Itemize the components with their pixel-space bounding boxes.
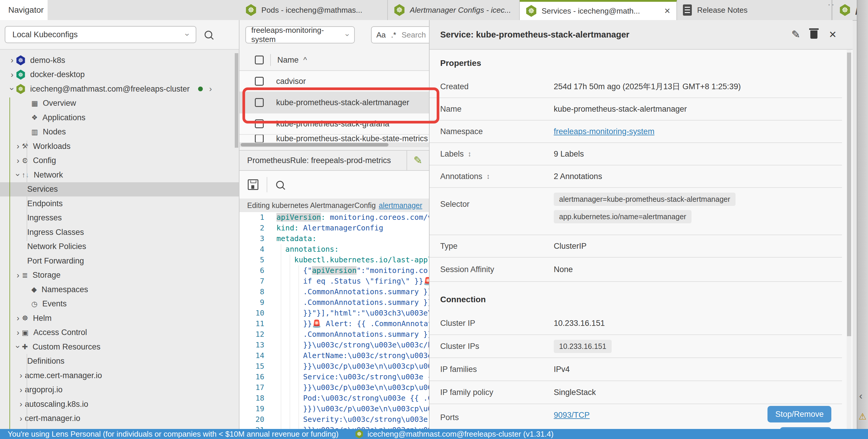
row-checkbox[interactable]: [255, 98, 264, 107]
sidebar-tree-item[interactable]: › cert-manager.io ›: [0, 411, 240, 426]
editor-line[interactable]: 19 }})\u003c/p\u003e\n\u003cp\u00: [240, 404, 429, 414]
editor-line[interactable]: 3 metadata:: [240, 233, 429, 244]
row-checkbox[interactable]: [255, 135, 264, 142]
editor-line[interactable]: 21 }}\u003c/p\u003e\n\u003cp\u003: [240, 425, 429, 429]
chevron-right-icon[interactable]: ›: [13, 171, 23, 179]
sidebar-tree-item[interactable]: › ☸ demo-k8s ›: [0, 53, 240, 68]
horizontal-scrollbar[interactable]: [240, 142, 429, 147]
labels-count[interactable]: 9 Labels: [554, 149, 584, 159]
editor-line[interactable]: 20 Severity:\u003c/strong\u003e -: [240, 414, 429, 425]
editor-search-icon[interactable]: [276, 181, 284, 189]
editor-line[interactable]: 2 kind: AlertmanagerConfig: [240, 223, 429, 233]
editor-line[interactable]: 6 {"apiVersion":"monitoring.core: [240, 265, 429, 276]
table-row[interactable]: kube-prometheus-stack-grafana: [240, 113, 429, 135]
editor-line[interactable]: 17 }}\u003c/p\u003e\n\u003cp\u003: [240, 382, 429, 393]
port-link[interactable]: 9093/TCP: [554, 411, 590, 419]
close-icon[interactable]: ✕: [829, 29, 837, 40]
chevron-right-icon[interactable]: ›: [14, 328, 22, 337]
navigator-panel-tab[interactable]: Navigator: [0, 0, 48, 20]
scrollbar-thumb[interactable]: [847, 53, 851, 336]
sidebar-tree-item[interactable]: › configuration.konghq.com ›: [0, 426, 240, 429]
prometheusrule-dock-tab[interactable]: PrometheusRule: freepeals-prod-metrics ✎: [240, 150, 429, 171]
search-icon[interactable]: [205, 31, 212, 38]
sidebar-tree-item[interactable]: Network Policies ›: [0, 240, 240, 254]
chevron-right-icon[interactable]: ›: [17, 385, 25, 395]
chevron-right-icon[interactable]: ›: [14, 141, 22, 151]
sidebar-tree-item[interactable]: › ✚ Custom Resources ›: [0, 340, 240, 354]
editor-line[interactable]: 8 .CommonAnnotations.summary }}-: [240, 286, 429, 297]
sidebar-tree-item[interactable]: Definitions ›: [0, 354, 240, 369]
table-row[interactable]: cadvisor: [240, 71, 429, 92]
chevron-right-icon[interactable]: ›: [8, 70, 16, 79]
editor-line[interactable]: 13 }}\u003c/strong\u003e\u003c/h3: [240, 340, 429, 350]
sidebar-tree-item[interactable]: ◆ Namespaces ›: [0, 282, 240, 297]
sidebar-tree-item[interactable]: Ingress Classes ›: [0, 225, 240, 240]
new-tab-button[interactable]: ☸: [832, 0, 857, 20]
editor-line[interactable]: 11 }}🚨 Alert: {{ .CommonAnnotati: [240, 318, 429, 329]
sidebar-tree-item[interactable]: ◷ Events ›: [0, 297, 240, 311]
window-tab[interactable]: ☸ Services - icecheng@math... ✕: [520, 0, 677, 20]
editor-line[interactable]: 9 .CommonAnnotations.summary }}-: [240, 297, 429, 308]
editor-line[interactable]: 10 }}"}],"html":"\u003ch3\u003e\u: [240, 308, 429, 318]
editor-line[interactable]: 1 apiVersion: monitoring.coreos.com/v1: [240, 212, 429, 223]
editor-line[interactable]: 14 AlertName:\u003c/strong\u003e: [240, 350, 429, 361]
row-checkbox[interactable]: [255, 77, 264, 86]
match-case-toggle[interactable]: Aa: [376, 30, 386, 40]
namespace-link[interactable]: freeleaps-monitoring-system: [554, 127, 655, 136]
window-tab[interactable]: ☸ Pods - icecheng@mathmas...: [240, 0, 388, 20]
sidebar-tree-item[interactable]: › autoscaling.k8s.io ›: [0, 397, 240, 411]
sidebar-tree-item[interactable]: ▥ Nodes ›: [0, 125, 240, 139]
regex-toggle[interactable]: .*: [391, 30, 396, 40]
editor-line[interactable]: 7 if eq .Status \"firing\" }}🚨: [240, 276, 429, 286]
row-checkbox[interactable]: [255, 120, 264, 128]
sidebar-tree-item[interactable]: ❖ Applications ›: [0, 110, 240, 125]
scrollbar-thumb[interactable]: [241, 143, 389, 146]
table-row[interactable]: kube-prometheus-stack-kube-state-metrics: [240, 135, 429, 142]
editor-line[interactable]: 12 .CommonAnnotations.summary }}-: [240, 329, 429, 340]
kubeconfig-select[interactable]: Local Kubeconfigs ›: [5, 26, 196, 43]
chevron-right-icon[interactable]: ›: [14, 271, 22, 280]
expand-collapse-icon[interactable]: ↕: [468, 150, 471, 158]
sidebar-tree-item[interactable]: Endpoints ›: [0, 197, 240, 211]
name-column-header[interactable]: Name: [277, 56, 299, 65]
chevron-right-icon[interactable]: ›: [14, 313, 22, 323]
editor-line[interactable]: 16 Service:\u003c/strong\u003e {-: [240, 372, 429, 382]
save-icon[interactable]: [248, 179, 258, 190]
sidebar-tree-item[interactable]: › ↑↓ Network ›: [0, 168, 240, 182]
stop-remove-button[interactable]: Stop/Remove: [768, 406, 831, 423]
chevron-right-icon[interactable]: ›: [14, 156, 22, 165]
sidebar-tree-item[interactable]: ▦ Overview ›: [0, 96, 240, 111]
sidebar-tree-item[interactable]: › ☸ docker-desktop ›: [0, 68, 240, 82]
sidebar-tree-item[interactable]: Port Forwarding ›: [0, 254, 240, 268]
sort-ascending-icon[interactable]: ^: [303, 56, 307, 65]
chevron-right-icon[interactable]: ›: [13, 343, 23, 351]
editor-line[interactable]: 18 Pod:\u003c/strong\u003e {{ .Co: [240, 393, 429, 404]
chevron-right-icon[interactable]: ›: [17, 371, 25, 380]
window-tab[interactable]: Release Notes: [677, 0, 832, 20]
sidebar-tree-item[interactable]: › ☸ icecheng@mathmast.com@freeleaps-clus…: [0, 82, 240, 96]
editor-line[interactable]: 15 }}\u003c/p\u003e\n\u003cp\u003: [240, 361, 429, 372]
tab-close-icon[interactable]: ✕: [664, 6, 671, 16]
editor-line[interactable]: 4 annotations:: [240, 244, 429, 255]
sidebar-tree-item[interactable]: › ☸ Helm ›: [0, 311, 240, 326]
chevron-right-icon[interactable]: ›: [17, 399, 25, 409]
edit-pencil-icon[interactable]: ✎: [413, 154, 423, 167]
table-row[interactable]: kube-prometheus-stack-alertmanager: [240, 92, 429, 113]
sidebar-tree-item[interactable]: Ingresses ›: [0, 211, 240, 226]
alertmanagerconfig-link[interactable]: alertmanager: [379, 201, 422, 210]
sidebar-scrollbar[interactable]: [235, 53, 238, 148]
sidebar-tree-item[interactable]: › ▣ Access Control ›: [0, 326, 240, 340]
sidebar-tree-item[interactable]: › argoproj.io ›: [0, 383, 240, 397]
yaml-editor[interactable]: 1 apiVersion: monitoring.coreos.com/v1 2…: [240, 212, 429, 429]
services-search-input[interactable]: Aa .* Search: [371, 26, 429, 43]
sidebar-tree-item[interactable]: › acme.cert-manager.io ›: [0, 368, 240, 383]
sidebar-tree-item[interactable]: Services ›: [0, 182, 240, 197]
window-tab[interactable]: ☸ Alertmanager Configs - icec...: [388, 0, 520, 20]
edit-pencil-icon[interactable]: ✎: [792, 28, 800, 41]
delete-trash-icon[interactable]: [810, 30, 817, 39]
select-all-checkbox[interactable]: [255, 56, 264, 64]
cluster-expand-icon[interactable]: ›: [209, 84, 212, 94]
chevron-right-icon[interactable]: ›: [17, 414, 25, 423]
namespace-select[interactable]: freeleaps-monitoring-system ›: [245, 26, 355, 43]
chevron-right-icon[interactable]: ›: [7, 85, 17, 93]
